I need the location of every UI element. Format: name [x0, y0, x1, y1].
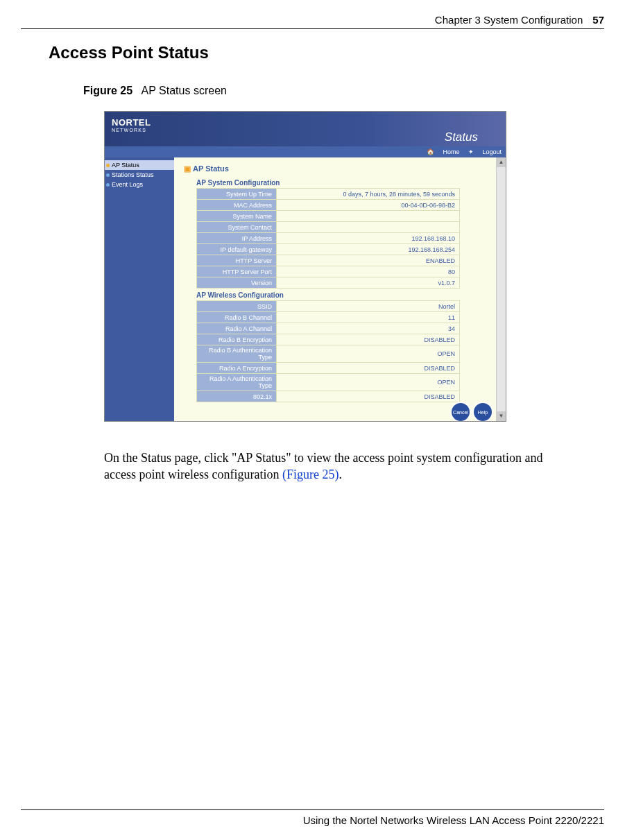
table-row: 802.1xDISABLED — [197, 391, 460, 402]
cfg-value: DISABLED — [277, 391, 460, 402]
cfg-value: OPEN — [277, 374, 460, 391]
page-footer: Using the Nortel Networks Wireless LAN A… — [21, 809, 604, 826]
logout-label: Logout — [482, 148, 502, 155]
cfg-label: MAC Address — [197, 200, 277, 211]
figure-text: AP Status screen — [142, 85, 227, 96]
cfg-label: HTTP Server — [197, 255, 277, 266]
scroll-up-icon[interactable]: ▲ — [497, 157, 506, 167]
content-title-text: AP Status — [193, 164, 229, 173]
section-heading-wireless: AP Wireless Configuration — [196, 291, 486, 299]
table-row: Radio B Authentication TypeOPEN — [197, 345, 460, 363]
topbar: 🏠 Home ✦ Logout — [105, 146, 506, 157]
table-row: IP default-gateway192.168.168.254 — [197, 244, 460, 255]
wireless-config-table: SSIDNortel Radio B Channel11 Radio A Cha… — [196, 300, 460, 402]
table-row: IP Address192.168.168.10 — [197, 233, 460, 244]
sidebar-item-stations-status[interactable]: Stations Status — [105, 170, 174, 180]
cfg-value: DISABLED — [277, 363, 460, 374]
figure-label: Figure 25 — [83, 85, 132, 96]
cfg-value: 192.168.168.254 — [277, 244, 460, 255]
cfg-value: ENABLED — [277, 255, 460, 266]
banner-title: Status — [445, 130, 478, 144]
cfg-label: System Up Time — [197, 189, 277, 200]
screenshot: NORTEL NETWORKS Status 🏠 Home ✦ Logout A… — [104, 111, 506, 422]
cfg-value: 34 — [277, 323, 460, 334]
brand-name: NORTEL — [112, 117, 151, 128]
cfg-label: 802.1x — [197, 391, 277, 402]
chapter-label: Chapter 3 System Configuration — [435, 14, 583, 26]
content-panel: ▣AP Status AP System Configuration Syste… — [174, 157, 496, 421]
body-paragraph: On the Status page, click "AP Status" to… — [104, 449, 563, 483]
content-title: ▣AP Status — [184, 164, 486, 173]
figure-crossref-link[interactable]: (Figure 25) — [282, 468, 339, 481]
table-row: Radio B Channel11 — [197, 312, 460, 323]
figure-caption: Figure 25 AP Status screen — [83, 85, 604, 97]
sidebar-item-ap-status[interactable]: AP Status — [105, 160, 174, 170]
cfg-value: 00-04-0D-06-98-B2 — [277, 200, 460, 211]
cfg-label: System Name — [197, 211, 277, 222]
cfg-label: HTTP Server Port — [197, 266, 277, 277]
sidebar: AP Status Stations Status Event Logs — [105, 157, 174, 421]
cfg-label: IP Address — [197, 233, 277, 244]
sidebar-item-label: Event Logs — [112, 181, 143, 188]
table-row: MAC Address00-04-0D-06-98-B2 — [197, 200, 460, 211]
cfg-value: 0 days, 7 hours, 28 minutes, 59 seconds — [277, 189, 460, 200]
cfg-label: IP default-gateway — [197, 244, 277, 255]
page-header: Chapter 3 System Configuration 57 — [21, 14, 604, 29]
cancel-button[interactable]: Cancel — [450, 402, 471, 421]
bullet-icon: ▣ — [184, 164, 191, 173]
cfg-label: SSID — [197, 301, 277, 312]
cfg-label: Radio A Encryption — [197, 363, 277, 374]
footer-text: Using the Nortel Networks Wireless LAN A… — [303, 814, 604, 826]
table-row: System Up Time0 days, 7 hours, 28 minute… — [197, 189, 460, 200]
scrollbar[interactable]: ▲ ▼ — [496, 157, 506, 421]
cfg-value: DISABLED — [277, 334, 460, 345]
cfg-value — [277, 211, 460, 222]
cfg-label: Radio B Authentication Type — [197, 345, 277, 363]
system-config-table: System Up Time0 days, 7 hours, 28 minute… — [196, 188, 460, 289]
cfg-label: Radio B Channel — [197, 312, 277, 323]
action-buttons: Cancel Help — [450, 402, 493, 421]
table-row: System Name — [197, 211, 460, 222]
cfg-value: Nortel — [277, 301, 460, 312]
table-row: System Contact — [197, 222, 460, 233]
sidebar-item-event-logs[interactable]: Event Logs — [105, 180, 174, 189]
sidebar-item-label: Stations Status — [112, 171, 154, 178]
cfg-value — [277, 222, 460, 233]
scroll-down-icon[interactable]: ▼ — [497, 411, 506, 421]
cfg-label: Version — [197, 277, 277, 289]
logout-link[interactable]: ✦ Logout — [468, 148, 502, 155]
cfg-label: Radio B Encryption — [197, 334, 277, 345]
cfg-value: v1.0.7 — [277, 277, 460, 289]
brand-sub: NETWORKS — [112, 128, 151, 132]
table-row: Radio A Channel34 — [197, 323, 460, 334]
home-link[interactable]: 🏠 Home — [427, 148, 460, 155]
cfg-label: System Contact — [197, 222, 277, 233]
table-row: Radio B EncryptionDISABLED — [197, 334, 460, 345]
table-row: HTTP ServerENABLED — [197, 255, 460, 266]
cfg-label: Radio A Channel — [197, 323, 277, 334]
table-row: SSIDNortel — [197, 301, 460, 312]
sidebar-item-label: AP Status — [112, 162, 139, 169]
table-row: HTTP Server Port80 — [197, 266, 460, 277]
banner: NORTEL NETWORKS Status — [105, 112, 506, 146]
table-row: Radio A EncryptionDISABLED — [197, 363, 460, 374]
section-heading-system: AP System Configuration — [196, 179, 486, 187]
section-title: Access Point Status — [49, 43, 604, 62]
help-button[interactable]: Help — [472, 402, 493, 421]
cfg-value: 80 — [277, 266, 460, 277]
brand-logo: NORTEL NETWORKS — [112, 117, 151, 132]
home-label: Home — [443, 148, 459, 155]
cfg-label: Radio A Authentication Type — [197, 374, 277, 391]
cfg-value: OPEN — [277, 345, 460, 363]
body-text-post: . — [339, 468, 342, 481]
table-row: Radio A Authentication TypeOPEN — [197, 374, 460, 391]
cfg-value: 11 — [277, 312, 460, 323]
page-number: 57 — [592, 14, 604, 26]
table-row: Versionv1.0.7 — [197, 277, 460, 289]
cfg-value: 192.168.168.10 — [277, 233, 460, 244]
